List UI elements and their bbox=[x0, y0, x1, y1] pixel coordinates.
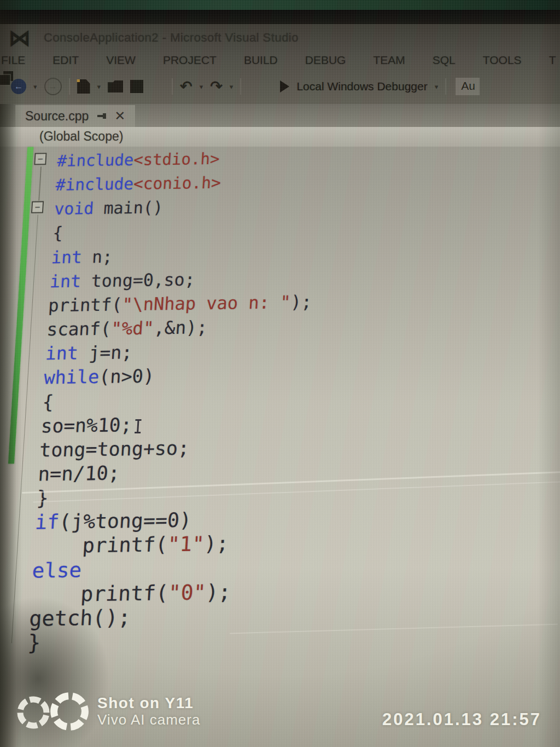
code-area[interactable]: −#include<stdio.h>#include<conio.h>−void… bbox=[27, 142, 517, 655]
code-token: (n>0) bbox=[98, 366, 155, 387]
back-arrow-icon: ← bbox=[14, 82, 23, 91]
tab-source-cpp[interactable]: Source.cpp ✕ bbox=[15, 105, 135, 127]
chevron-down-icon[interactable]: ▾ bbox=[435, 83, 439, 91]
toolbar-separator bbox=[445, 78, 446, 95]
chevron-down-icon[interactable]: ▾ bbox=[200, 83, 203, 91]
code-token: "1" bbox=[167, 532, 205, 556]
start-debug-icon bbox=[280, 80, 289, 92]
save-button[interactable] bbox=[130, 80, 143, 93]
code-token: { bbox=[52, 223, 64, 242]
navigate-forward-button[interactable]: → bbox=[44, 78, 62, 95]
title-bar: ⋈ ConsoleApplication2 - Microsoft Visual… bbox=[0, 24, 560, 49]
open-file-button[interactable] bbox=[108, 80, 123, 92]
watermark-line2: Vivo AI camera bbox=[97, 712, 200, 728]
code-token: <conio.h> bbox=[133, 173, 221, 193]
code-token: tong=tong+so; bbox=[39, 437, 190, 461]
redo-button[interactable]: ↷ bbox=[210, 79, 223, 94]
menu-bar: FILE EDIT VIEW PROJECT BUILD DEBUG TEAM … bbox=[0, 49, 560, 71]
undo-button[interactable]: ↶ bbox=[180, 79, 192, 94]
toolbar-separator bbox=[69, 78, 70, 95]
fold-toggle-icon[interactable]: − bbox=[34, 153, 46, 165]
toolbar: ← ▾ → ▾ ↶ ▾ ↷ ▾ Local Windows Debugger ▾… bbox=[0, 71, 560, 102]
code-token: else bbox=[32, 558, 83, 582]
toolbar-separator bbox=[172, 78, 173, 95]
code-token: "0" bbox=[167, 580, 206, 605]
menu-item-tools[interactable]: TOOLS bbox=[483, 54, 522, 67]
code-token: "%d" bbox=[110, 318, 155, 339]
document-tab-bar: Source.cpp ✕ bbox=[0, 104, 560, 127]
code-token: } bbox=[27, 630, 41, 655]
code-token: n; bbox=[81, 247, 113, 267]
shutter-aperture-icon bbox=[15, 690, 90, 733]
screen-bezel-top bbox=[0, 0, 560, 10]
code-token: tong=0,so; bbox=[80, 270, 196, 291]
menu-item-view[interactable]: VIEW bbox=[106, 54, 136, 67]
code-token: printf( bbox=[30, 581, 169, 607]
fold-toggle-icon[interactable]: − bbox=[31, 201, 44, 213]
scope-dropdown[interactable]: (Global Scope) bbox=[39, 129, 123, 144]
menu-item-file[interactable]: FILE bbox=[1, 54, 25, 67]
menu-item-team[interactable]: TEAM bbox=[373, 54, 405, 67]
menu-item-edit[interactable]: EDIT bbox=[52, 54, 79, 67]
code-token: { bbox=[42, 391, 54, 413]
code-token: void bbox=[54, 199, 94, 218]
tab-label: Source.cpp bbox=[25, 109, 89, 124]
code-token: "\nNhap vao n: " bbox=[121, 292, 291, 315]
code-token: ); bbox=[203, 532, 229, 556]
timestamp: 2021.01.13 21:57 bbox=[382, 710, 541, 729]
camera-watermark: Shot on Y11 Vivo AI camera bbox=[15, 690, 200, 733]
watermark-text: Shot on Y11 Vivo AI camera bbox=[97, 694, 200, 728]
window-title: ConsoleApplication2 - Microsoft Visual S… bbox=[44, 31, 299, 45]
code-token: printf( bbox=[33, 532, 168, 558]
pin-icon[interactable] bbox=[97, 115, 106, 117]
code-token: printf( bbox=[48, 294, 122, 316]
code-token: scanf( bbox=[46, 319, 112, 340]
chevron-down-icon[interactable]: ▾ bbox=[97, 83, 101, 91]
code-token: ); bbox=[290, 292, 312, 313]
code-token: <stdio.h> bbox=[133, 149, 220, 169]
close-icon[interactable]: ✕ bbox=[114, 111, 125, 121]
new-file-button[interactable] bbox=[77, 79, 90, 94]
screen-bezel-band bbox=[0, 10, 560, 24]
fold-guide-line bbox=[38, 166, 42, 200]
code-token: so=n%10; bbox=[40, 414, 133, 437]
code-token: ); bbox=[205, 580, 231, 605]
code-token: n=n/10; bbox=[37, 461, 120, 485]
menu-item-sql[interactable]: SQL bbox=[433, 54, 456, 67]
menu-item-test-cutoff[interactable]: T bbox=[549, 54, 556, 67]
code-token: while bbox=[43, 366, 100, 388]
menu-item-build[interactable]: BUILD bbox=[244, 54, 278, 67]
code-token: (j%tong==0) bbox=[59, 508, 192, 534]
chevron-down-icon[interactable]: ▾ bbox=[33, 83, 37, 91]
tracked-changes-bar bbox=[8, 147, 33, 464]
menu-item-debug[interactable]: DEBUG bbox=[305, 54, 346, 67]
visual-studio-logo-icon: ⋈ bbox=[9, 25, 31, 50]
code-token: main() bbox=[93, 198, 164, 218]
watermark-line1: Shot on Y11 bbox=[97, 694, 200, 712]
start-debug-button[interactable]: Local Windows Debugger bbox=[296, 80, 427, 93]
code-token: #include bbox=[55, 175, 134, 194]
photographed-screen: ⋈ ConsoleApplication2 - Microsoft Visual… bbox=[0, 0, 560, 747]
toolbar-separator bbox=[240, 78, 241, 95]
code-token: } bbox=[36, 487, 49, 509]
chevron-down-icon[interactable]: ▾ bbox=[230, 83, 234, 91]
menu-item-project[interactable]: PROJECT bbox=[163, 54, 217, 67]
code-token: if bbox=[34, 510, 60, 534]
mouse-ibeam-cursor bbox=[137, 419, 139, 433]
solution-config-dropdown[interactable]: Au bbox=[456, 78, 480, 95]
code-token: int bbox=[51, 247, 83, 267]
navigate-back-button[interactable]: ← bbox=[11, 79, 26, 94]
vs-window-chrome: ⋈ ConsoleApplication2 - Microsoft Visual… bbox=[0, 24, 560, 104]
forward-arrow-icon: → bbox=[49, 82, 57, 91]
code-token: int bbox=[49, 271, 81, 291]
code-token: getch(); bbox=[28, 605, 131, 631]
code-token: #include bbox=[57, 150, 135, 170]
save-all-button[interactable] bbox=[150, 79, 165, 94]
code-token: int bbox=[45, 343, 79, 364]
code-token: j=n; bbox=[78, 341, 133, 363]
code-token: ,&n); bbox=[153, 317, 208, 338]
editor-viewport: −#include<stdio.h>#include<conio.h>−void… bbox=[26, 142, 517, 675]
